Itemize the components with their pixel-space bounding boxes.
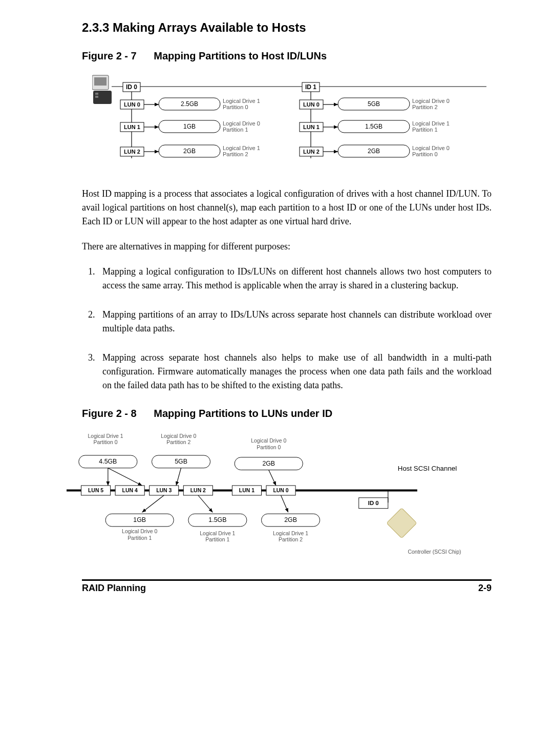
fig28-ld1p0-l1: Logical Drive 1 [88, 433, 123, 439]
id0-lun0-desc1: Logical Drive 1 [223, 98, 260, 104]
id1-lun1-label: LUN 1 [303, 124, 320, 130]
fig28-b3-l2: Partition 2 [279, 537, 303, 542]
fig28-b2-l1: Logical Drive 1 [200, 531, 235, 536]
svg-line-34 [269, 470, 276, 486]
paragraph-1: Host ID mapping is a process that associ… [82, 187, 492, 228]
id0-lun2-label: LUN 2 [124, 149, 140, 155]
svg-line-32 [108, 468, 142, 486]
id0-lun2-size: 2GB [183, 148, 196, 155]
svg-rect-44 [387, 508, 417, 538]
id0-lun2-desc1: Logical Drive 1 [223, 145, 260, 151]
numbered-list: Mapping a logical configuration to IDs/L… [82, 265, 492, 392]
fig28-ld0p2-l2: Partition 2 [166, 439, 190, 445]
fig28-top2-size: 5GB [175, 458, 187, 465]
fig28-b1-size: 1GB [133, 516, 146, 523]
figure-2-7-caption: Mapping Partitions to Host ID/LUNs [154, 50, 327, 61]
fig28-top1-size: 4.5GB [99, 458, 117, 465]
fig28-ld0p2-l1: Logical Drive 0 [161, 433, 196, 439]
figure-2-7-diagram: ID 0 LUN 0 2.5GB Logical Drive 1 Partiti… [92, 71, 492, 174]
fig28-ld0p0-l2: Partition 0 [257, 445, 281, 450]
lun4-label: LUN 4 [122, 488, 138, 493]
figure-2-8-diagram: Logical Drive 1 Partition 0 Logical Driv… [67, 429, 466, 562]
id1-lun0-size: 5GB [368, 100, 380, 108]
fig28-ld1p0-l2: Partition 0 [94, 439, 118, 445]
figure-2-8-caption: Mapping Partitions to LUNs under ID [154, 408, 332, 419]
svg-line-46 [198, 495, 213, 512]
fig28-b2-size: 1.5GB [208, 516, 226, 523]
fig28-ld0p0-l1: Logical Drive 0 [251, 438, 286, 444]
id0-lun1-size: 1GB [183, 123, 196, 130]
id1-lun2-desc1: Logical Drive 0 [412, 145, 450, 151]
id1-lun1-desc2: Partition 1 [412, 127, 438, 133]
id1-lun1-size: 1.5GB [365, 123, 382, 130]
id0-lun0-size: 2.5GB [181, 100, 198, 108]
svg-rect-1 [94, 77, 107, 86]
id1-lun0-desc1: Logical Drive 0 [412, 98, 450, 104]
svg-line-45 [142, 495, 164, 512]
lun2-label: LUN 2 [190, 488, 206, 493]
svg-rect-3 [95, 93, 98, 95]
footer-right: 2-9 [478, 583, 492, 594]
svg-rect-4 [95, 96, 98, 98]
lun5-label: LUN 5 [88, 488, 103, 493]
paragraph-2: There are alternatives in mapping for di… [82, 240, 492, 254]
id0-lun1-desc1: Logical Drive 0 [223, 120, 260, 127]
id1-lun0-desc2: Partition 2 [412, 104, 438, 110]
figure-2-7-title: Figure 2 - 7 Mapping Partitions to Host … [82, 50, 492, 62]
id0-lun2-desc2: Partition 2 [223, 151, 248, 157]
controller-label: Controller (SCSI Chip) [408, 549, 461, 555]
lun0-label: LUN 0 [273, 488, 288, 493]
host-scsi-channel-label: Host SCSI Channel [398, 465, 457, 472]
id1-lun1-desc1: Logical Drive 1 [412, 120, 450, 127]
svg-line-33 [176, 468, 181, 486]
fig28-b3-l1: Logical Drive 1 [273, 531, 308, 536]
list-item: Mapping partitions of an array to IDs/LU… [97, 308, 492, 335]
figure-2-8-title: Figure 2 - 8 Mapping Partitions to LUNs … [82, 408, 492, 419]
id1-lun2-label: LUN 2 [303, 149, 320, 155]
id0-label: ID 0 [126, 83, 137, 91]
figure-2-8-label: Figure 2 - 8 [82, 408, 137, 419]
fig28-b2-l2: Partition 1 [205, 537, 229, 542]
id0-lun1-label: LUN 1 [124, 124, 140, 130]
id1-lun0-label: LUN 0 [303, 101, 320, 108]
list-item: Mapping across separate host channels al… [97, 351, 492, 392]
fig28-top3-size: 2GB [262, 460, 275, 467]
id1-label: ID 1 [305, 83, 316, 91]
id0-box: ID 0 [368, 500, 379, 506]
fig28-b3-size: 2GB [284, 516, 297, 523]
fig28-b1-l1: Logical Drive 0 [122, 529, 157, 534]
lun1-label: LUN 1 [239, 488, 254, 493]
id0-lun0-label: LUN 0 [124, 101, 140, 108]
lun3-label: LUN 3 [156, 488, 172, 493]
section-heading: 2.3.3 Making Arrays Available to Hosts [82, 20, 492, 35]
figure-2-7-label: Figure 2 - 7 [82, 50, 137, 62]
fig28-b1-l2: Partition 1 [127, 535, 152, 541]
id0-lun1-desc2: Partition 1 [223, 127, 248, 133]
id0-lun0-desc2: Partition 0 [223, 104, 248, 110]
id1-lun2-desc2: Partition 0 [412, 151, 438, 157]
svg-line-47 [281, 495, 288, 512]
id1-lun2-size: 2GB [368, 148, 380, 155]
footer-left: RAID Planning [82, 583, 146, 594]
list-item: Mapping a logical configuration to IDs/L… [97, 265, 492, 292]
